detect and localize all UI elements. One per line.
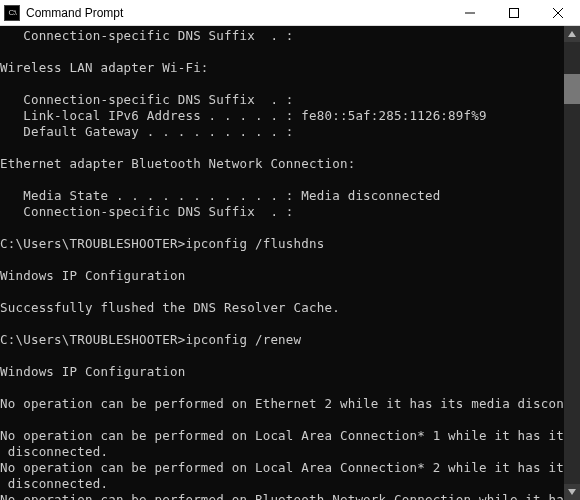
cmd-icon: C:\ [4, 5, 20, 21]
close-button[interactable] [536, 0, 580, 25]
window-title: Command Prompt [26, 6, 448, 20]
terminal-container: Connection-specific DNS Suffix . : Wirel… [0, 26, 580, 500]
scrollbar-thumb[interactable] [564, 74, 580, 104]
scroll-down-button[interactable] [564, 484, 580, 500]
svg-marker-4 [568, 31, 576, 37]
terminal-output[interactable]: Connection-specific DNS Suffix . : Wirel… [0, 26, 564, 500]
minimize-button[interactable] [448, 0, 492, 25]
window-controls [448, 0, 580, 25]
svg-marker-5 [568, 489, 576, 495]
titlebar: C:\ Command Prompt [0, 0, 580, 26]
vertical-scrollbar[interactable] [564, 26, 580, 500]
scroll-up-button[interactable] [564, 26, 580, 42]
svg-rect-1 [510, 8, 519, 17]
maximize-button[interactable] [492, 0, 536, 25]
